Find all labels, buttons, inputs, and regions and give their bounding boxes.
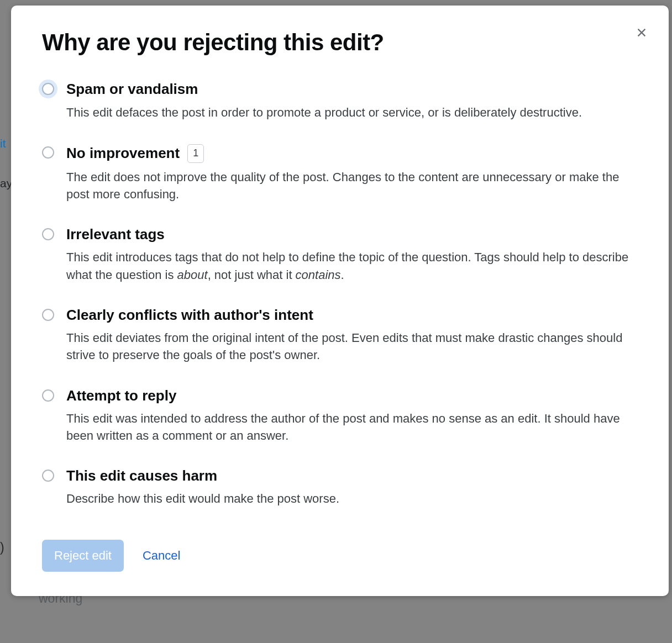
- radio-wrap: [42, 83, 54, 95]
- close-button[interactable]: [633, 24, 650, 43]
- option-title-row: No improvement1: [66, 144, 644, 163]
- option-body: Clearly conflicts with author's intentTh…: [66, 307, 644, 364]
- radio-no-improvement[interactable]: [42, 146, 54, 159]
- option-description: Describe how this edit would make the po…: [66, 490, 644, 507]
- radio-wrap: [42, 228, 54, 240]
- modal-title: Why are you rejecting this edit?: [42, 29, 384, 56]
- radio-attempt-reply[interactable]: [42, 389, 54, 402]
- option-body: Attempt to replyThis edit was intended t…: [66, 387, 644, 445]
- option-irrelevant-tags[interactable]: Irrelevant tagsThis edit introduces tags…: [42, 226, 644, 283]
- radio-irrelevant-tags[interactable]: [42, 228, 54, 240]
- option-title: This edit causes harm: [66, 467, 217, 484]
- radio-causes-harm[interactable]: [42, 470, 54, 482]
- option-title: Clearly conflicts with author's intent: [66, 307, 313, 324]
- option-description: This edit deviates from the original int…: [66, 329, 644, 363]
- option-description: The edit does not improve the quality of…: [66, 168, 644, 203]
- option-title-row: Spam or vandalism: [66, 81, 644, 98]
- radio-wrap: [42, 389, 54, 402]
- modal-actions: Reject edit Cancel: [42, 540, 644, 572]
- options-list: Spam or vandalismThis edit defaces the p…: [42, 81, 644, 507]
- option-body: This edit causes harmDescribe how this e…: [66, 467, 644, 507]
- reject-edit-modal: Why are you rejecting this edit? Spam or…: [11, 6, 669, 596]
- radio-wrap: [42, 470, 54, 482]
- reject-edit-button[interactable]: Reject edit: [42, 540, 124, 572]
- close-icon: [636, 27, 648, 39]
- option-description: This edit defaces the post in order to p…: [66, 104, 644, 121]
- backdrop-fragment: ay: [0, 177, 12, 190]
- radio-spam[interactable]: [42, 83, 54, 95]
- option-title: Attempt to reply: [66, 387, 176, 404]
- radio-wrap: [42, 146, 54, 159]
- option-title-row: This edit causes harm: [66, 467, 644, 484]
- option-causes-harm[interactable]: This edit causes harmDescribe how this e…: [42, 467, 644, 507]
- option-description: This edit was intended to address the au…: [66, 410, 644, 444]
- vote-count-badge: 1: [187, 144, 204, 163]
- backdrop-fragment: it: [0, 137, 6, 150]
- option-body: Spam or vandalismThis edit defaces the p…: [66, 81, 644, 120]
- option-attempt-reply[interactable]: Attempt to replyThis edit was intended t…: [42, 387, 644, 445]
- option-no-improvement[interactable]: No improvement1The edit does not improve…: [42, 144, 644, 203]
- option-title: No improvement: [66, 145, 180, 162]
- option-title: Spam or vandalism: [66, 81, 198, 98]
- backdrop-fragment: ): [0, 540, 4, 555]
- option-title: Irrelevant tags: [66, 226, 165, 243]
- option-conflicts-intent[interactable]: Clearly conflicts with author's intentTh…: [42, 307, 644, 364]
- option-body: Irrelevant tagsThis edit introduces tags…: [66, 226, 644, 283]
- option-title-row: Attempt to reply: [66, 387, 644, 404]
- option-spam[interactable]: Spam or vandalismThis edit defaces the p…: [42, 81, 644, 120]
- radio-conflicts-intent[interactable]: [42, 309, 54, 321]
- option-body: No improvement1The edit does not improve…: [66, 144, 644, 203]
- option-title-row: Clearly conflicts with author's intent: [66, 307, 644, 324]
- modal-header: Why are you rejecting this edit?: [42, 29, 644, 56]
- radio-wrap: [42, 309, 54, 321]
- option-title-row: Irrelevant tags: [66, 226, 644, 243]
- cancel-button[interactable]: Cancel: [143, 549, 180, 563]
- option-description: This edit introduces tags that do not he…: [66, 249, 644, 283]
